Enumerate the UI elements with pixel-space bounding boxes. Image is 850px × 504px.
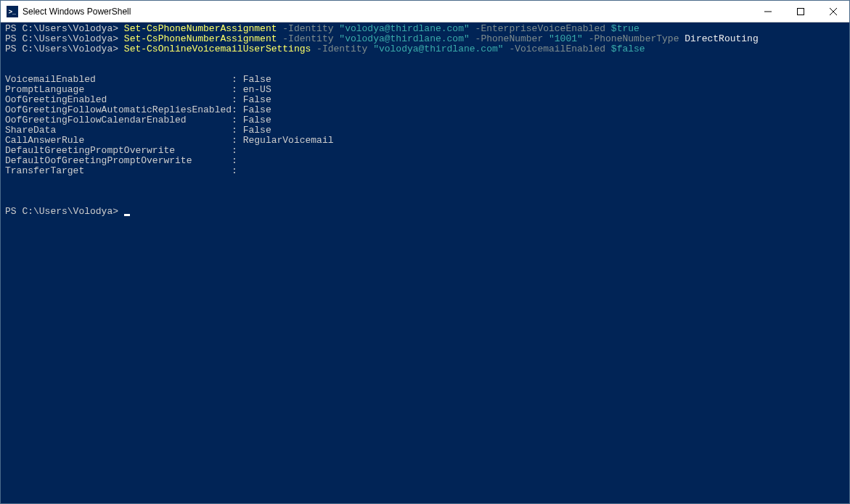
param: -EnterpriseVoiceEnabled xyxy=(475,23,605,34)
powershell-icon xyxy=(7,6,18,17)
cmdlet: Set-CsOnlineVoicemailUserSettings xyxy=(124,44,311,54)
svg-rect-1 xyxy=(797,8,804,15)
cmdlet: Set-CsPhoneNumberAssignment xyxy=(124,33,277,44)
command-line: PS C:\Users\Volodya> Set-CsPhoneNumberAs… xyxy=(5,34,845,44)
output-key: DefaultOofGreetingPromptOverwrite xyxy=(5,155,232,166)
output-value: False xyxy=(243,104,271,115)
output-line: VoicemailEnabled : False xyxy=(5,75,845,85)
output-line: OofGreetingFollowCalendarEnabled : False xyxy=(5,115,845,125)
output-key: TransferTarget xyxy=(5,165,232,176)
param-value: "volodya@thirdlane.com" xyxy=(339,33,469,44)
param: -PhoneNumber xyxy=(475,33,544,44)
prompt: PS C:\Users\Volodya> xyxy=(5,23,118,34)
output-value: en-US xyxy=(243,84,271,95)
param: -Identity xyxy=(316,44,367,54)
prompt-line: PS C:\Users\Volodya> xyxy=(5,207,845,217)
param: -Identity xyxy=(282,33,333,44)
maximize-button[interactable] xyxy=(784,1,817,22)
window-controls xyxy=(751,1,849,22)
output-line: CallAnswerRule : RegularVoicemail xyxy=(5,136,845,146)
output-key: DefaultGreetingPromptOverwrite xyxy=(5,145,232,156)
output-value: False xyxy=(243,94,271,105)
titlebar[interactable]: Select Windows PowerShell xyxy=(1,1,849,22)
output-key: PromptLanguage xyxy=(5,84,232,95)
output-line: TransferTarget : xyxy=(5,166,845,176)
param: -PhoneNumberType xyxy=(589,33,679,44)
minimize-button[interactable] xyxy=(751,1,784,22)
param-value: $true xyxy=(611,23,639,34)
close-icon xyxy=(830,8,837,15)
cmdlet: Set-CsPhoneNumberAssignment xyxy=(124,23,277,34)
param: -Identity xyxy=(282,23,333,34)
output-key: CallAnswerRule xyxy=(5,135,232,146)
output-key: OofGreetingEnabled xyxy=(5,94,232,105)
param-value: "volodya@thirdlane.com" xyxy=(339,23,469,34)
param-value: $false xyxy=(611,44,645,54)
cursor xyxy=(124,214,130,216)
prompt: PS C:\Users\Volodya> xyxy=(5,33,118,44)
prompt: PS C:\Users\Volodya> xyxy=(5,206,118,217)
minimize-icon xyxy=(764,8,772,15)
output-line: OofGreetingFollowAutomaticRepliesEnabled… xyxy=(5,105,845,115)
output-line: ShareData : False xyxy=(5,125,845,136)
output-value: False xyxy=(243,115,271,125)
command-line: PS C:\Users\Volodya> Set-CsPhoneNumberAs… xyxy=(5,24,845,34)
output-value: RegularVoicemail xyxy=(243,135,334,146)
param: -VoicemailEnabled xyxy=(509,44,605,54)
param-value: "1001" xyxy=(549,33,583,44)
output-line: PromptLanguage : en-US xyxy=(5,85,845,95)
terminal-body[interactable]: PS C:\Users\Volodya> Set-CsPhoneNumberAs… xyxy=(1,22,849,503)
output-key: OofGreetingFollowAutomaticRepliesEnabled xyxy=(5,104,232,115)
output-key: VoicemailEnabled xyxy=(5,74,232,85)
param-value: DirectRouting xyxy=(685,33,758,44)
param-value: "volodya@thirdlane.com" xyxy=(373,44,503,54)
output-line: OofGreetingEnabled : False xyxy=(5,95,845,105)
powershell-window: Select Windows PowerShell PS C:\Users\Vo… xyxy=(0,0,850,504)
output-line: DefaultGreetingPromptOverwrite : xyxy=(5,146,845,156)
output-line: DefaultOofGreetingPromptOverwrite : xyxy=(5,156,845,166)
command-line: PS C:\Users\Volodya> Set-CsOnlineVoicema… xyxy=(5,44,845,54)
output-key: OofGreetingFollowCalendarEnabled xyxy=(5,115,232,125)
output-value: False xyxy=(243,74,271,85)
maximize-icon xyxy=(797,8,804,15)
output-value: False xyxy=(243,125,271,136)
output-key: ShareData xyxy=(5,125,232,136)
window-title: Select Windows PowerShell xyxy=(23,7,751,17)
prompt: PS C:\Users\Volodya> xyxy=(5,44,118,54)
close-button[interactable] xyxy=(817,1,849,22)
